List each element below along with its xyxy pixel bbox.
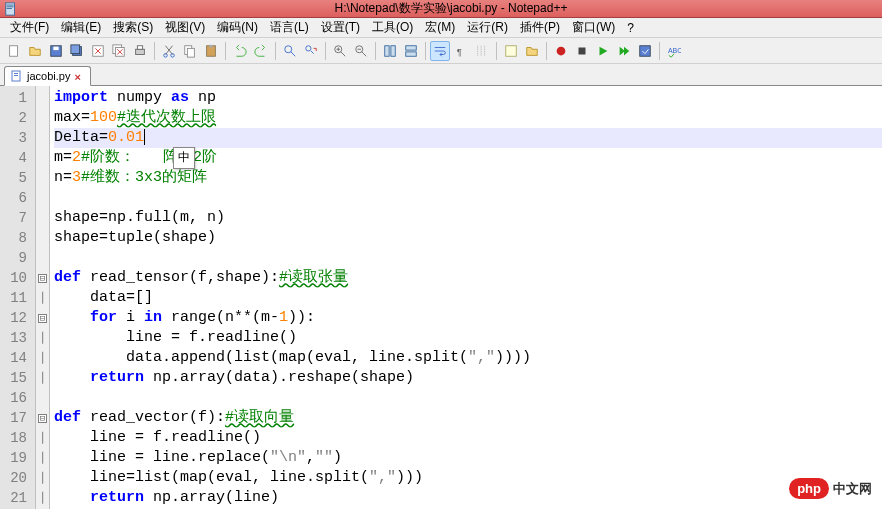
menu-language[interactable]: 语言(L)	[264, 17, 315, 38]
app-icon	[4, 2, 18, 16]
menu-search[interactable]: 搜索(S)	[107, 17, 159, 38]
menu-run[interactable]: 运行(R)	[461, 17, 514, 38]
text-caret	[144, 129, 145, 145]
menu-plugins[interactable]: 插件(P)	[514, 17, 566, 38]
tab-label: jacobi.py	[27, 70, 70, 82]
ime-indicator: 中	[173, 147, 195, 169]
fold-gutter: ⊟ │ ⊟ │││ ⊟ ││││	[36, 86, 50, 509]
menu-bar: 文件(F) 编辑(E) 搜索(S) 视图(V) 编码(N) 语言(L) 设置(T…	[0, 18, 882, 38]
cut-icon[interactable]	[159, 41, 179, 61]
toolbar-separator	[225, 42, 226, 60]
svg-rect-19	[209, 44, 213, 47]
code-line: line = line.replace("\n","")	[54, 448, 882, 468]
fold-toggle-icon[interactable]: ⊟	[38, 274, 47, 283]
sync-v-icon[interactable]	[380, 41, 400, 61]
toolbar-separator	[375, 42, 376, 60]
tab-jacobi[interactable]: jacobi.py ×	[4, 66, 91, 86]
tab-bar: jacobi.py ×	[0, 64, 882, 86]
code-line	[54, 388, 882, 408]
menu-settings[interactable]: 设置(T)	[315, 17, 366, 38]
svg-point-21	[306, 45, 311, 50]
svg-rect-6	[53, 46, 58, 50]
svg-rect-36	[14, 75, 18, 76]
svg-rect-2	[7, 6, 14, 7]
code-line: for i in range(n**(m-1)):	[54, 308, 882, 328]
find-icon[interactable]	[280, 41, 300, 61]
play-icon[interactable]	[593, 41, 613, 61]
code-line: shape=np.full(m, n)	[54, 208, 882, 228]
window-title: H:\Notepad\数学实验\jacobi.py - Notepad++	[24, 0, 878, 17]
toolbar-separator	[659, 42, 660, 60]
show-chars-icon[interactable]: ¶	[451, 41, 471, 61]
wrap-icon[interactable]	[430, 41, 450, 61]
code-line: n=3#维数：3x3的矩阵	[54, 168, 882, 188]
svg-rect-24	[385, 45, 389, 56]
editor[interactable]: 1 2 3 4 5 6 7 8 9 10 11 12 13 14 15 16 1…	[0, 86, 882, 509]
new-file-icon[interactable]	[4, 41, 24, 61]
menu-view[interactable]: 视图(V)	[159, 17, 211, 38]
code-line: def read_tensor(f,shape):#读取张量	[54, 268, 882, 288]
copy-icon[interactable]	[180, 41, 200, 61]
title-bar: H:\Notepad\数学实验\jacobi.py - Notepad++	[0, 0, 882, 18]
stop-icon[interactable]	[572, 41, 592, 61]
menu-macro[interactable]: 宏(M)	[419, 17, 461, 38]
code-line: line=list(map(eval, line.split(",")))	[54, 468, 882, 488]
code-line: import numpy as np	[54, 88, 882, 108]
svg-rect-35	[14, 73, 18, 74]
svg-rect-25	[391, 45, 395, 56]
redo-icon[interactable]	[251, 41, 271, 61]
menu-tools[interactable]: 工具(O)	[366, 17, 419, 38]
menu-encoding[interactable]: 编码(N)	[211, 17, 264, 38]
play-multi-icon[interactable]	[614, 41, 634, 61]
svg-point-20	[285, 45, 292, 52]
record-icon[interactable]	[551, 41, 571, 61]
svg-rect-27	[406, 51, 417, 55]
svg-rect-13	[137, 45, 142, 49]
svg-rect-4	[10, 45, 18, 56]
code-line: shape=tuple(shape)	[54, 228, 882, 248]
watermark-text: 中文网	[833, 480, 872, 498]
open-file-icon[interactable]	[25, 41, 45, 61]
print-icon[interactable]	[130, 41, 150, 61]
zoom-in-icon[interactable]	[330, 41, 350, 61]
svg-rect-3	[7, 8, 12, 9]
tab-close-icon[interactable]: ×	[74, 71, 84, 81]
toolbar-separator	[546, 42, 547, 60]
menu-file[interactable]: 文件(F)	[4, 17, 55, 38]
save-icon[interactable]	[46, 41, 66, 61]
toolbar-separator	[425, 42, 426, 60]
svg-text:ABC: ABC	[668, 46, 681, 53]
code-line: line = f.readline()	[54, 328, 882, 348]
svg-rect-26	[406, 45, 417, 49]
menu-help[interactable]: ?	[621, 19, 640, 37]
indent-guide-icon[interactable]	[472, 41, 492, 61]
code-line	[54, 248, 882, 268]
code-line: data.append(list(map(eval, line.split(",…	[54, 348, 882, 368]
fold-toggle-icon[interactable]: ⊟	[38, 414, 47, 423]
menu-edit[interactable]: 编辑(E)	[55, 17, 107, 38]
paste-icon[interactable]	[201, 41, 221, 61]
undo-icon[interactable]	[230, 41, 250, 61]
folder-icon[interactable]	[522, 41, 542, 61]
code-line: return np.array(data).reshape(shape)	[54, 368, 882, 388]
code-line: return np.array(line)	[54, 488, 882, 508]
line-number-gutter: 1 2 3 4 5 6 7 8 9 10 11 12 13 14 15 16 1…	[0, 86, 36, 509]
spell-icon[interactable]: ABC	[664, 41, 684, 61]
code-line-current: Delta=0.01	[54, 128, 882, 148]
sync-h-icon[interactable]	[401, 41, 421, 61]
code-line: data=[]	[54, 288, 882, 308]
svg-text:¶: ¶	[457, 45, 462, 56]
code-line: max=100#迭代次数上限	[54, 108, 882, 128]
close-icon[interactable]	[88, 41, 108, 61]
close-all-icon[interactable]	[109, 41, 129, 61]
save-all-icon[interactable]	[67, 41, 87, 61]
code-area[interactable]: import numpy as np max=100#迭代次数上限 Delta=…	[50, 86, 882, 509]
menu-window[interactable]: 窗口(W)	[566, 17, 621, 38]
zoom-out-icon[interactable]	[351, 41, 371, 61]
save-macro-icon[interactable]	[635, 41, 655, 61]
fold-toggle-icon[interactable]: ⊟	[38, 314, 47, 323]
lang-icon[interactable]	[501, 41, 521, 61]
svg-rect-31	[579, 47, 586, 54]
replace-icon[interactable]	[301, 41, 321, 61]
code-line: def read_vector(f):#读取向量	[54, 408, 882, 428]
